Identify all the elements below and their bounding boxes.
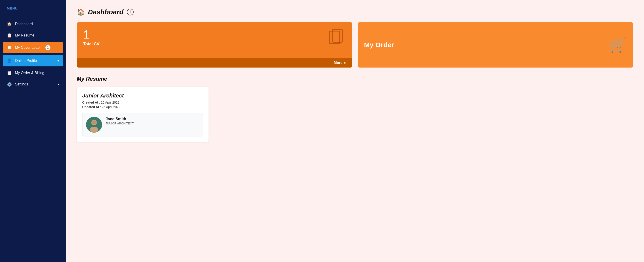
page-title-badge: 1: [127, 9, 134, 15]
main-content: 🏠 Dashboard 1 1 Total CV More »: [66, 0, 644, 262]
sidebar-item-label: My Resume: [15, 33, 34, 37]
cover-letter-badge: 2: [46, 45, 50, 50]
cv-files-icon: [327, 28, 346, 49]
sidebar-item-label: My Cover Letter: [15, 46, 41, 50]
profile-icon: 👤: [7, 58, 12, 63]
sidebar-item-label: Settings: [15, 82, 28, 86]
cover-letter-icon: 📋: [7, 45, 12, 50]
sidebar-item-label: My Order & Billing: [15, 71, 44, 75]
cart-icon: 🛒: [608, 36, 627, 53]
sidebar-item-my-resume[interactable]: 📋 My Resume: [0, 30, 66, 41]
my-resume-section-title: My Resume: [77, 76, 633, 82]
more-arrows-icon: »: [344, 61, 346, 65]
settings-icon: ⚙️: [7, 82, 12, 87]
sidebar-item-dashboard[interactable]: 🏠 Dashboard: [0, 18, 66, 30]
person-info: Jane Smith JUNIOR ARCHITECT: [106, 117, 134, 125]
updated-value: 26 April 2022: [102, 105, 120, 109]
order-billing-icon: 📋: [7, 70, 12, 75]
cv-count: 1: [83, 28, 346, 40]
sidebar-menu-label: MENU: [0, 6, 66, 14]
svg-point-5: [92, 121, 96, 125]
my-order-label: My Order: [364, 41, 394, 49]
more-button[interactable]: More »: [77, 58, 352, 68]
sidebar-item-my-cover-letter[interactable]: 📋 My Cover Letter 2: [3, 42, 63, 53]
resume-updated-at: Updated At : 26 April 2022: [82, 105, 203, 109]
resume-created-at: Created At : 26 April 2022: [82, 101, 203, 104]
cv-label: Total CV: [83, 42, 346, 46]
created-colon: :: [99, 101, 101, 104]
sidebar-item-label: Online Profile: [15, 59, 37, 63]
created-value: 26 April 2022: [101, 101, 120, 104]
resume-card-title: Junior Architect: [82, 93, 203, 99]
chevron-down-icon: ▾: [58, 83, 59, 86]
person-job-title: JUNIOR ARCHITECT: [106, 122, 134, 125]
updated-label: Updated At: [82, 105, 99, 109]
sidebar-item-settings[interactable]: ⚙️ Settings ▾: [0, 79, 66, 90]
my-order-card[interactable]: My Order 🛒: [358, 22, 633, 68]
sidebar-item-my-order-billing[interactable]: 📋 My Order & Billing: [0, 67, 66, 79]
resume-preview: Jane Smith JUNIOR ARCHITECT: [82, 113, 203, 136]
updated-colon: :: [100, 105, 102, 109]
dashboard-header-icon: 🏠: [77, 8, 85, 16]
page-title-row: 🏠 Dashboard 1: [77, 8, 633, 16]
resume-card: Junior Architect Created At : 26 April 2…: [77, 87, 208, 142]
total-cv-card[interactable]: 1 Total CV More »: [77, 22, 352, 68]
cards-row: 1 Total CV More » My Order 🛒: [77, 22, 633, 68]
resume-icon: 📋: [7, 33, 12, 38]
page-title: Dashboard: [88, 8, 124, 16]
person-name: Jane Smith: [106, 117, 134, 121]
sidebar-item-online-profile[interactable]: 👤 Online Profile ▾: [3, 55, 63, 66]
sidebar-item-label: Dashboard: [15, 22, 33, 26]
avatar: [86, 117, 102, 132]
created-label: Created At: [82, 101, 98, 104]
chevron-down-icon: ▾: [58, 59, 59, 63]
sidebar: MENU 🏠 Dashboard 📋 My Resume 📋 My Cover …: [0, 0, 66, 262]
more-label: More: [334, 61, 342, 65]
home-icon: 🏠: [7, 21, 12, 26]
